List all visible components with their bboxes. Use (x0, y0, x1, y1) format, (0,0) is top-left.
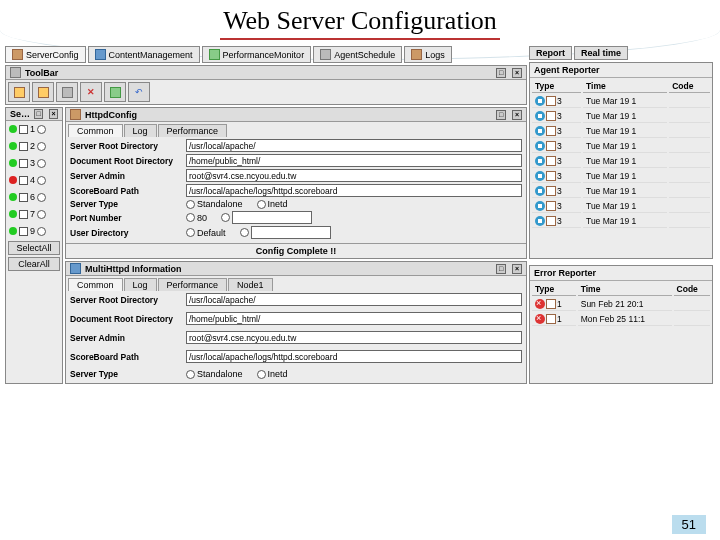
agent-row[interactable]: 3Tue Mar 19 1 (532, 170, 710, 183)
radio-port-80[interactable] (186, 213, 195, 222)
selection-close-icon[interactable]: × (49, 109, 58, 119)
doc-icon (546, 186, 556, 196)
page-title: Web Server Configuration (0, 8, 720, 34)
agent-row[interactable]: 3Tue Mar 19 1 (532, 155, 710, 168)
m-radio-standalone[interactable] (186, 370, 195, 379)
doc-icon (546, 126, 556, 136)
multi-tab-performance[interactable]: Performance (158, 278, 228, 291)
doc-icon (546, 96, 556, 106)
label-server-root: Server Root Directory (70, 141, 182, 151)
httpd-tab-performance[interactable]: Performance (158, 124, 228, 137)
agent-row[interactable]: 3Tue Mar 19 1 (532, 185, 710, 198)
stop-button[interactable] (56, 82, 78, 102)
m-input-server-root[interactable] (186, 293, 522, 306)
checkbox[interactable] (19, 159, 28, 168)
agent-col-code: Code (669, 80, 710, 93)
radio[interactable] (37, 142, 46, 151)
radio-udir-custom[interactable] (240, 228, 249, 237)
selection-item-1[interactable]: 1 (9, 124, 59, 134)
checkbox[interactable] (19, 210, 28, 219)
multi-max-icon[interactable]: □ (496, 264, 506, 274)
selection-item-2[interactable]: 2 (9, 141, 59, 151)
tab-realtime[interactable]: Real time (574, 46, 628, 60)
checkbox[interactable] (19, 142, 28, 151)
checkbox[interactable] (19, 125, 28, 134)
selection-max-icon[interactable]: □ (34, 109, 43, 119)
undo-button[interactable]: ↶ (128, 82, 150, 102)
radio-standalone[interactable] (186, 200, 195, 209)
tab-logs[interactable]: Logs (404, 46, 452, 63)
multi-close-icon[interactable]: × (512, 264, 522, 274)
multi-panel: MultiHttpd Information□× Common Log Perf… (65, 261, 527, 384)
radio-inetd[interactable] (257, 200, 266, 209)
find-button[interactable] (8, 82, 30, 102)
radio[interactable] (37, 227, 46, 236)
multi-tab-common[interactable]: Common (68, 278, 123, 291)
agent-row[interactable]: 3Tue Mar 19 1 (532, 215, 710, 228)
radio[interactable] (37, 125, 46, 134)
label-port: Port Number (70, 213, 182, 223)
httpd-icon (70, 109, 81, 120)
m-input-server-admin[interactable] (186, 331, 522, 344)
checkbox[interactable] (19, 176, 28, 185)
select-all-button[interactable]: SelectAll (8, 241, 60, 255)
error-row[interactable]: 1Mon Feb 25 11:1 (532, 313, 710, 326)
input-doc-root[interactable] (186, 154, 522, 167)
httpd-max-icon[interactable]: □ (496, 110, 506, 120)
radio[interactable] (37, 210, 46, 219)
checkbox[interactable] (19, 227, 28, 236)
doc-icon (546, 156, 556, 166)
label-server-type: Server Type (70, 199, 182, 209)
tab-agentschedule[interactable]: AgentSchedule (313, 46, 402, 63)
agent-row[interactable]: 3Tue Mar 19 1 (532, 95, 710, 108)
httpd-tab-log[interactable]: Log (124, 124, 157, 137)
input-udir-custom[interactable] (251, 226, 331, 239)
multi-title: MultiHttpd Information (85, 264, 181, 274)
status-dot (9, 125, 17, 133)
doc-icon (546, 314, 556, 324)
input-scoreboard[interactable] (186, 184, 522, 197)
label-user-dir: User Directory (70, 228, 182, 238)
m-input-scoreboard[interactable] (186, 350, 522, 363)
stop-icon (62, 87, 73, 98)
checkbox[interactable] (19, 193, 28, 202)
delete-button[interactable]: ✕ (80, 82, 102, 102)
error-row[interactable]: 1Sun Feb 21 20:1 (532, 298, 710, 311)
agent-row[interactable]: 3Tue Mar 19 1 (532, 125, 710, 138)
error-icon (535, 314, 545, 324)
toolbar-max-icon[interactable]: □ (496, 68, 506, 78)
agent-row[interactable]: 3Tue Mar 19 1 (532, 140, 710, 153)
m-input-doc-root[interactable] (186, 312, 522, 325)
refresh-button[interactable] (104, 82, 126, 102)
input-port-custom[interactable] (232, 211, 312, 224)
doc-icon (546, 171, 556, 181)
httpd-tab-common[interactable]: Common (68, 124, 123, 137)
selection-item-3[interactable]: 3 (9, 158, 59, 168)
m-radio-inetd[interactable] (257, 370, 266, 379)
selection-item-7[interactable]: 7 (9, 209, 59, 219)
status-dot (9, 193, 17, 201)
label-scoreboard: ScoreBoard Path (70, 186, 182, 196)
input-server-root[interactable] (186, 139, 522, 152)
clear-all-button[interactable]: ClearAll (8, 257, 60, 271)
agent-row[interactable]: 3Tue Mar 19 1 (532, 110, 710, 123)
selection-item-6[interactable]: 6 (9, 192, 59, 202)
tab-contentmanagement[interactable]: ContentManagement (88, 46, 200, 63)
radio[interactable] (37, 176, 46, 185)
toolbar-close-icon[interactable]: × (512, 68, 522, 78)
httpd-close-icon[interactable]: × (512, 110, 522, 120)
radio[interactable] (37, 159, 46, 168)
input-server-admin[interactable] (186, 169, 522, 182)
radio-port-custom[interactable] (221, 213, 230, 222)
selection-item-4[interactable]: 4 (9, 175, 59, 185)
tab-serverconfig[interactable]: ServerConfig (5, 46, 86, 63)
find-next-button[interactable] (32, 82, 54, 102)
multi-tab-log[interactable]: Log (124, 278, 157, 291)
selection-item-9[interactable]: 9 (9, 226, 59, 236)
radio[interactable] (37, 193, 46, 202)
multi-tab-node1[interactable]: Node1 (228, 278, 273, 291)
agent-row[interactable]: 3Tue Mar 19 1 (532, 200, 710, 213)
tab-performancemonitor[interactable]: PerformanceMonitor (202, 46, 312, 63)
radio-udir-default[interactable] (186, 228, 195, 237)
tab-report[interactable]: Report (529, 46, 572, 60)
